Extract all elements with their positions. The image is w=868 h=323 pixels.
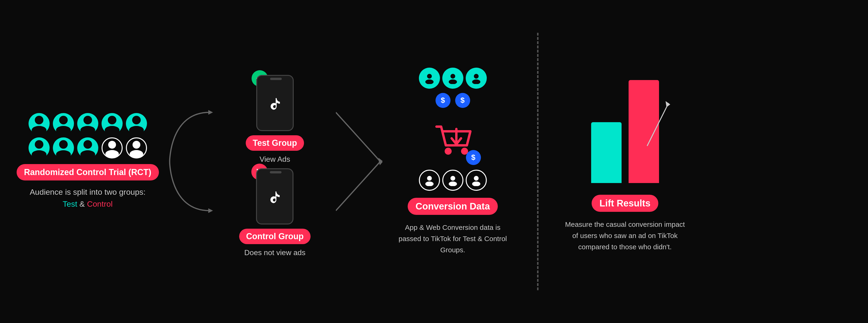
svg-marker-42: [665, 101, 670, 107]
conv-white-avatars: [419, 170, 487, 191]
control-group-sublabel: Does not view ads: [244, 248, 305, 257]
svg-marker-21: [208, 208, 213, 213]
lift-description: Measure the casual conversion impact of …: [564, 219, 686, 253]
conversion-section: $ $ $: [383, 68, 523, 256]
bar-cyan: [591, 122, 622, 183]
groups-section: Test Group View Ads: [214, 70, 336, 253]
svg-point-14: [83, 140, 92, 149]
svg-point-15: [80, 150, 95, 158]
lift-badge-label: Lift Results: [599, 198, 651, 208]
svg-point-4: [83, 116, 92, 124]
svg-point-7: [104, 126, 119, 134]
conversion-top: $ $: [419, 68, 487, 108]
svg-point-26: [427, 74, 432, 79]
control-group-block: Control Group Does not view ads: [239, 164, 311, 257]
conv-avatar-white-2: [442, 170, 463, 191]
conv-cyan-avatars: [419, 68, 487, 89]
svg-point-28: [450, 74, 455, 79]
svg-marker-20: [208, 110, 213, 115]
control-phone-body: [256, 168, 293, 225]
svg-point-8: [132, 116, 141, 124]
avatar-grid: [29, 113, 147, 158]
svg-point-6: [107, 116, 116, 124]
dollar-badge-cart: $: [466, 150, 481, 165]
split-arrows: [163, 80, 214, 243]
svg-point-37: [450, 176, 455, 180]
test-group-badge: Test Group: [246, 135, 304, 151]
rct-badge-label: Randomized Control Trial (RCT): [24, 167, 151, 177]
avatar-cyan-3: [77, 113, 98, 134]
conv-avatar-cyan-1: [419, 68, 440, 89]
test-group-sublabel: View Ads: [259, 155, 290, 164]
svg-point-36: [425, 181, 433, 186]
svg-point-38: [448, 181, 457, 186]
rct-badge: Randomized Control Trial (RCT): [17, 164, 159, 180]
avatar-cyan-7: [53, 137, 74, 158]
conv-avatar-cyan-3: [466, 68, 487, 89]
converge-arrows: [336, 80, 383, 243]
rct-desc-line1: Audience is split into two groups:: [30, 187, 146, 196]
lift-section: Lift Results Measure the casual conversi…: [553, 71, 698, 253]
svg-point-2: [59, 116, 68, 124]
rct-section: Randomized Control Trial (RCT) Audience …: [13, 113, 163, 210]
rct-desc-test: Test: [63, 199, 77, 208]
bar-chart-container: [591, 71, 659, 188]
conversion-description: App & Web Conversion data is passed to T…: [394, 222, 512, 256]
test-phone-body: [256, 75, 294, 131]
test-phone: [252, 70, 299, 131]
conv-avatar-white-1: [419, 170, 440, 191]
svg-point-27: [425, 79, 433, 84]
dollar-badge-1: $: [436, 93, 451, 108]
svg-point-16: [108, 141, 116, 149]
avatar-cyan-4: [101, 113, 123, 134]
test-group-block: Test Group View Ads: [246, 70, 304, 164]
svg-point-18: [132, 141, 140, 149]
dashed-divider: [537, 33, 538, 290]
avatar-cyan-1: [29, 113, 50, 134]
rct-description: Audience is split into two groups: Test …: [30, 186, 146, 210]
conversion-badge: Conversion Data: [408, 198, 498, 215]
avatar-cyan-5: [126, 113, 147, 134]
lift-arrow-svg: [645, 99, 673, 150]
svg-point-10: [35, 140, 43, 149]
rct-desc-control: Control: [87, 199, 113, 208]
svg-point-39: [474, 176, 478, 180]
avatar-white-2: [126, 137, 147, 158]
lift-badge: Lift Results: [592, 195, 658, 212]
svg-point-1: [32, 126, 46, 134]
control-phone: [251, 164, 298, 225]
avatar-white-1: [101, 137, 123, 158]
svg-point-29: [448, 79, 457, 84]
svg-point-5: [80, 126, 95, 134]
svg-point-30: [474, 74, 478, 79]
svg-point-35: [427, 176, 432, 180]
conversion-badge-label: Conversion Data: [415, 201, 490, 211]
svg-point-0: [35, 116, 43, 124]
cart-icon-container: $: [429, 115, 476, 163]
svg-point-3: [56, 126, 71, 134]
svg-line-41: [647, 104, 669, 146]
svg-point-31: [472, 79, 480, 84]
control-group-badge: Control Group: [239, 229, 311, 244]
svg-point-11: [32, 150, 46, 158]
phone-notch-2: [270, 171, 282, 173]
svg-point-19: [130, 150, 143, 157]
conv-avatar-white-3: [466, 170, 487, 191]
avatar-cyan-2: [53, 113, 74, 134]
svg-point-9: [129, 126, 144, 134]
conv-avatar-cyan-2: [442, 68, 463, 89]
test-group-label: Test Group: [253, 138, 297, 148]
svg-point-13: [56, 150, 71, 158]
dollar-badge-2: $: [455, 93, 470, 108]
avatar-cyan-6: [29, 137, 50, 158]
dollar-badges-top: $ $: [436, 93, 470, 108]
svg-point-12: [59, 140, 68, 149]
svg-point-17: [105, 150, 119, 157]
control-group-label: Control Group: [246, 232, 304, 241]
svg-point-32: [445, 148, 452, 155]
svg-point-40: [472, 181, 480, 186]
phone-notch: [270, 78, 282, 80]
avatar-cyan-8: [77, 137, 98, 158]
rct-desc-sep: &: [77, 199, 87, 208]
main-container: Randomized Control Trial (RCT) Audience …: [13, 12, 855, 311]
